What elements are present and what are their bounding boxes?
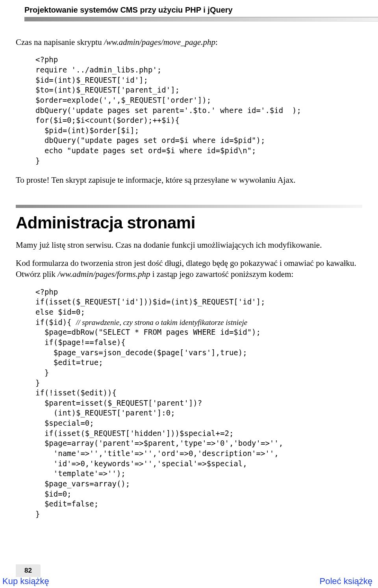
text: Czas na napisanie skryptu	[16, 37, 104, 47]
file-path: /ww.admin/pages/move_page.php	[104, 37, 215, 47]
section-heading: Administracja stronami	[16, 213, 362, 232]
code-block-1: <?php require '../admin_libs.php'; $id=(…	[35, 55, 362, 166]
code-comment: // sprawdzenie, czy strona o takim ident…	[76, 318, 247, 326]
page-number: 82	[16, 564, 41, 577]
recommend-book-link[interactable]: Poleć książkę	[319, 576, 372, 586]
code-text: <?php require '../admin_libs.php'; $id=(…	[35, 55, 301, 165]
paragraph-intro: Czas na napisanie skryptu /ww.admin/page…	[16, 37, 362, 48]
paragraph-summary: To proste! Ten skrypt zapisuje te inform…	[16, 174, 362, 185]
text: i zastąp jego zawartość poniższym kodem:	[150, 269, 293, 279]
page-header: Projektowanie systemów CMS przy użyciu P…	[0, 0, 378, 26]
paragraph-4: Kod formularza do tworzenia stron jest d…	[16, 258, 362, 280]
page-content: Czas na napisanie skryptu /ww.admin/page…	[0, 26, 378, 519]
paragraph-3: Mamy już listę stron serwisu. Czas na do…	[16, 239, 362, 250]
header-title: Projektowanie systemów CMS przy użyciu P…	[24, 6, 233, 14]
text: :	[215, 37, 218, 47]
buy-book-link[interactable]: Kup książkę	[2, 576, 49, 586]
page-footer: 82 Kup książkę Poleć książkę	[0, 564, 378, 588]
header-rule	[24, 17, 378, 22]
code-text: $page=dbRow("SELECT * FROM pages WHERE i…	[35, 328, 283, 518]
section-rule	[16, 205, 362, 208]
code-block-2: <?php if(isset($_REQUEST['id']))$id=(int…	[35, 287, 362, 519]
file-path: /ww.admin/pages/forms.php	[57, 269, 150, 279]
